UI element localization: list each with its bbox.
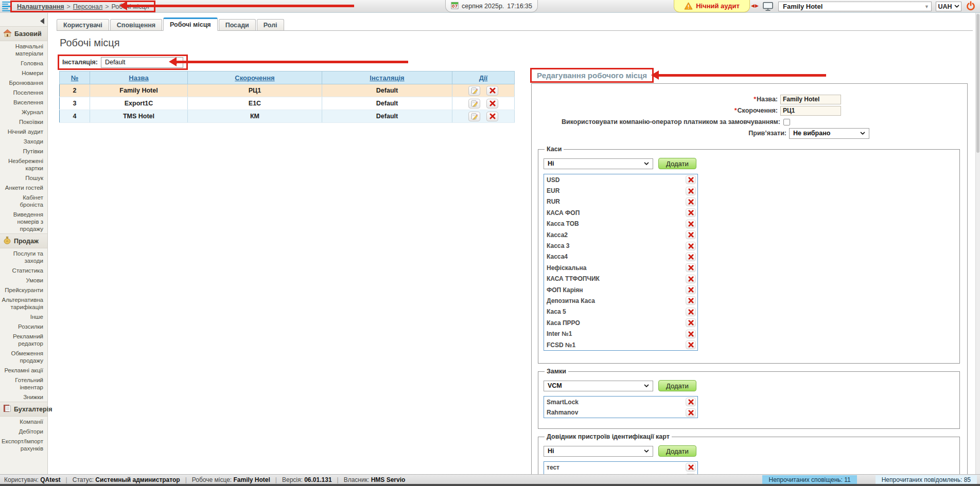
delete-button[interactable] bbox=[686, 296, 696, 305]
sidebar-item[interactable]: Пошук bbox=[0, 173, 47, 183]
unread-messages-badge[interactable]: Непрочитаних повідомлень: 85 bbox=[876, 475, 977, 484]
delete-button[interactable] bbox=[686, 340, 696, 349]
cash-registers-list[interactable]: USD EUR RUR КАСА ФОП bbox=[544, 174, 698, 351]
sidebar-section-Бухгалтерія[interactable]: Бухгалтерія bbox=[0, 402, 47, 417]
list-item[interactable]: Касса4 bbox=[544, 251, 697, 262]
currency-select[interactable]: UAH bbox=[936, 2, 961, 11]
delete-button[interactable] bbox=[686, 398, 696, 406]
sidebar-item[interactable]: Інше bbox=[0, 312, 47, 321]
workstation-monitor-icon[interactable] bbox=[762, 2, 774, 13]
list-item[interactable]: Inter №1 bbox=[544, 328, 697, 339]
list-item[interactable]: Каса ПРРО bbox=[544, 317, 697, 328]
list-item[interactable]: SmartLock bbox=[544, 397, 697, 407]
table-row[interactable]: 4 TMS Hotel КМ Default bbox=[60, 110, 515, 123]
delete-button[interactable] bbox=[686, 197, 696, 206]
sidebar-item[interactable]: Анкети гостей bbox=[0, 183, 47, 192]
add-card-id-device-button[interactable]: Додати bbox=[658, 445, 696, 457]
delete-button[interactable] bbox=[686, 285, 696, 294]
name-field[interactable]: Family Hotel bbox=[780, 95, 841, 104]
delete-button[interactable] bbox=[686, 187, 696, 195]
tab[interactable]: Робочі місця bbox=[163, 17, 218, 31]
delete-button[interactable] bbox=[686, 463, 696, 472]
delete-button[interactable] bbox=[686, 330, 696, 338]
list-item[interactable]: Нефіскальна bbox=[544, 262, 697, 273]
sidebar-item[interactable]: Поселення bbox=[0, 87, 47, 97]
sidebar-item[interactable]: Путівки bbox=[0, 146, 47, 156]
lock-select[interactable]: VCM bbox=[544, 381, 653, 391]
sidebar-item[interactable]: Послуги та заходи bbox=[0, 248, 47, 265]
tab[interactable]: Посади bbox=[219, 19, 256, 30]
power-icon[interactable] bbox=[966, 1, 976, 13]
tab[interactable]: Користувачі bbox=[57, 19, 109, 30]
breadcrumb-link-personnel[interactable]: Персонал bbox=[73, 3, 102, 10]
delete-button[interactable] bbox=[686, 318, 696, 327]
tab[interactable]: Сповіщення bbox=[110, 19, 162, 30]
list-item[interactable]: RUR bbox=[544, 196, 697, 207]
sidebar-item[interactable]: Умови bbox=[0, 275, 47, 285]
card-id-devices-list[interactable]: тест bbox=[544, 461, 698, 474]
sidebar-item[interactable]: Головна bbox=[0, 58, 47, 68]
card-id-device-select[interactable]: Ні bbox=[544, 446, 653, 457]
night-audit-button[interactable]: Нічний аудит bbox=[674, 0, 750, 12]
vertical-scrollbar[interactable] bbox=[975, 13, 980, 474]
locks-list[interactable]: SmartLock Rahmanov bbox=[544, 396, 698, 418]
sidebar-item[interactable]: Дебітори bbox=[0, 426, 47, 436]
delete-button[interactable] bbox=[686, 263, 696, 272]
sidebar-item[interactable]: Готельний інвентар bbox=[0, 375, 47, 392]
date-time-control[interactable]: 07 серпня 2025р. 17:16:35 bbox=[445, 0, 538, 12]
sort-link[interactable]: Дії bbox=[479, 74, 488, 82]
sidebar-section-Продаж[interactable]: Продаж bbox=[0, 233, 47, 248]
sidebar-section-Базовий[interactable]: Базовий bbox=[0, 26, 47, 41]
sidebar-item[interactable]: Бронювання bbox=[0, 78, 47, 87]
sidebar-item[interactable]: Журнал bbox=[0, 107, 47, 117]
sort-link[interactable]: Скорочення bbox=[235, 74, 274, 82]
scrollbar-thumb[interactable] bbox=[976, 14, 979, 153]
sidebar-item[interactable]: Компанії bbox=[0, 417, 47, 426]
delete-workplace-button[interactable] bbox=[486, 112, 498, 121]
breadcrumb-link-settings[interactable]: Налаштування bbox=[17, 3, 64, 10]
hotel-select[interactable]: Family Hotel ▼ bbox=[778, 2, 932, 11]
sidebar-item[interactable]: Кабінет броніста bbox=[0, 192, 47, 209]
sidebar-item[interactable]: Альтернативна тарифікація bbox=[0, 295, 47, 312]
cash-register-select[interactable]: Ні bbox=[544, 158, 653, 169]
sidebar-item[interactable]: Експорт/Імпорт рахунків bbox=[0, 436, 47, 453]
add-cash-register-button[interactable]: Додати bbox=[658, 158, 696, 169]
edit-workplace-button[interactable] bbox=[468, 86, 480, 96]
edit-workplace-button[interactable] bbox=[468, 99, 480, 109]
sidebar-item[interactable]: Рекламні акції bbox=[0, 365, 47, 375]
delete-button[interactable] bbox=[686, 253, 696, 261]
sidebar-item[interactable]: Заходи bbox=[0, 136, 47, 146]
list-item[interactable]: EUR bbox=[544, 185, 697, 196]
sidebar-item[interactable]: Номери bbox=[0, 68, 47, 78]
unread-notifications-badge[interactable]: Непрочитаних сповіщень: 11 bbox=[762, 475, 856, 484]
company-operator-checkbox[interactable] bbox=[783, 119, 790, 125]
list-item[interactable]: Каса 5 bbox=[544, 307, 697, 317]
sidebar-item[interactable]: Обмеження продажу bbox=[0, 348, 47, 365]
delete-workplace-button[interactable] bbox=[486, 99, 498, 109]
list-item[interactable]: КАСА ФОП bbox=[544, 207, 697, 218]
list-item[interactable]: Депозитна Каса bbox=[544, 295, 697, 306]
delete-button[interactable] bbox=[686, 408, 696, 417]
sidebar-item[interactable]: Покоївки bbox=[0, 117, 47, 127]
sidebar-item[interactable]: Знижки bbox=[0, 392, 47, 402]
sidebar-item[interactable]: Незбережені картки bbox=[0, 156, 47, 173]
short-name-field[interactable]: РЦ1 bbox=[780, 106, 841, 116]
delete-button[interactable] bbox=[686, 208, 696, 217]
list-item[interactable]: ФОП Каріян bbox=[544, 284, 697, 295]
collapse-expand-arrows-icon[interactable]: ◀▶ bbox=[751, 3, 759, 8]
delete-button[interactable] bbox=[686, 220, 696, 228]
delete-button[interactable] bbox=[686, 308, 696, 316]
delete-workplace-button[interactable] bbox=[486, 86, 498, 96]
delete-button[interactable] bbox=[686, 275, 696, 283]
list-item[interactable]: Касса 3 bbox=[544, 240, 697, 251]
list-item[interactable]: USD bbox=[544, 174, 697, 185]
table-row[interactable]: 3 Export1C E1C Default bbox=[60, 97, 515, 110]
list-item[interactable]: Касса ТОВ bbox=[544, 219, 697, 229]
sidebar-item[interactable]: Виведення номерів з продажу bbox=[0, 209, 47, 233]
sort-link[interactable]: Інсталяція bbox=[370, 74, 404, 82]
sidebar-item[interactable]: Рекламний редактор bbox=[0, 331, 47, 348]
sidebar-collapse-icon[interactable] bbox=[40, 18, 44, 24]
sort-link[interactable]: Назва bbox=[129, 74, 148, 82]
tab[interactable]: Ролі bbox=[257, 19, 284, 30]
bind-select[interactable]: Не вибрано bbox=[789, 128, 869, 139]
